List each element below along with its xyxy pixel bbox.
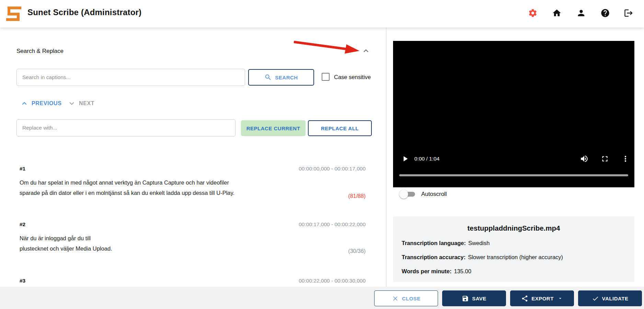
autoscroll-toggle[interactable] bbox=[399, 190, 416, 199]
chevron-down-icon bbox=[67, 99, 76, 108]
caption-timestamp: 00:00:00,000 - 00:00:17,000 bbox=[299, 166, 366, 172]
dropdown-caret-icon bbox=[557, 296, 563, 301]
annotation-arrow bbox=[290, 38, 363, 56]
caption-item[interactable]: #1 00:00:00,000 - 00:00:17,000 Om du har… bbox=[20, 166, 366, 198]
info-row: Transcription language:Swedish bbox=[402, 240, 634, 246]
previous-label: PREVIOUS bbox=[32, 100, 62, 107]
caption-timestamp: 00:00:17,000 - 00:00:22,000 bbox=[299, 221, 366, 228]
more-options-icon[interactable] bbox=[621, 154, 630, 164]
collapse-panel-chevron-up-icon[interactable] bbox=[360, 46, 371, 57]
account-icon[interactable] bbox=[575, 7, 587, 19]
search-icon bbox=[264, 74, 272, 81]
panel-divider bbox=[386, 27, 387, 309]
video-progress-bar[interactable] bbox=[399, 174, 628, 176]
app-title: Sunet Scribe (Administrator) bbox=[27, 8, 141, 17]
previous-match-button[interactable]: PREVIOUS bbox=[20, 98, 62, 109]
search-input[interactable] bbox=[16, 69, 245, 86]
caption-char-count: (30/36) bbox=[348, 248, 366, 254]
search-button-label: SEARCH bbox=[275, 75, 298, 80]
app-header: Sunet Scribe (Administrator) bbox=[0, 0, 644, 27]
export-button[interactable]: EXPORT bbox=[510, 290, 574, 306]
case-sensitive-checkbox[interactable] bbox=[322, 73, 330, 81]
chevron-up-icon bbox=[20, 99, 29, 108]
caption-item[interactable]: #3 00:00:22,000 - 00:00:30,000 bbox=[20, 278, 366, 284]
logout-icon[interactable] bbox=[622, 7, 635, 19]
video-time: 0:00 / 1:04 bbox=[414, 156, 439, 162]
footer-bar: CLOSE SAVE EXPORT VALIDATE bbox=[0, 287, 644, 309]
fullscreen-icon[interactable] bbox=[600, 154, 609, 164]
file-info-panel: testuppladdningScribe.mp4 Transcription … bbox=[393, 217, 634, 282]
search-button[interactable]: SEARCH bbox=[248, 69, 314, 86]
help-icon[interactable] bbox=[599, 7, 611, 19]
replace-all-button[interactable]: REPLACE ALL bbox=[308, 120, 372, 136]
caption-item[interactable]: #2 00:00:17,000 - 00:00:22,000 När du är… bbox=[20, 221, 366, 254]
next-match-button[interactable]: NEXT bbox=[67, 98, 94, 109]
replace-input[interactable] bbox=[16, 119, 235, 136]
caption-text[interactable]: Om du har spelat in med något annat verk… bbox=[20, 177, 366, 198]
share-icon bbox=[521, 295, 528, 302]
play-icon[interactable] bbox=[401, 154, 410, 164]
autoscroll-label: Autoscroll bbox=[421, 191, 447, 198]
save-icon bbox=[462, 295, 469, 302]
app-logo-icon bbox=[5, 5, 22, 22]
volume-icon[interactable] bbox=[580, 154, 589, 164]
info-row: Words per minute:135.00 bbox=[402, 268, 634, 275]
caption-timestamp: 00:00:22,000 - 00:00:30,000 bbox=[299, 278, 366, 284]
caption-text[interactable]: När du är inloggad går du till plusteckn… bbox=[20, 233, 366, 254]
info-row: Transcription accuracy:Slower transcript… bbox=[402, 254, 634, 261]
validate-button[interactable]: VALIDATE bbox=[578, 290, 642, 306]
file-name: testuppladdningScribe.mp4 bbox=[393, 224, 634, 232]
save-button[interactable]: SAVE bbox=[442, 290, 506, 306]
caption-number: #1 bbox=[20, 166, 25, 172]
search-replace-title: Search & Replace bbox=[16, 48, 64, 55]
replace-current-button[interactable]: REPLACE CURRENT bbox=[241, 120, 306, 136]
caption-number: #2 bbox=[20, 221, 25, 228]
close-button[interactable]: CLOSE bbox=[374, 290, 438, 306]
video-player[interactable]: 0:00 / 1:04 bbox=[393, 41, 634, 187]
caption-char-count: (81/88) bbox=[348, 193, 366, 199]
case-sensitive-label: Case sensitive bbox=[334, 74, 371, 80]
settings-icon[interactable] bbox=[527, 7, 539, 19]
close-icon bbox=[392, 295, 399, 302]
next-label: NEXT bbox=[79, 100, 94, 107]
check-icon bbox=[592, 295, 599, 302]
caption-number: #3 bbox=[20, 278, 25, 284]
home-icon[interactable] bbox=[551, 7, 563, 19]
